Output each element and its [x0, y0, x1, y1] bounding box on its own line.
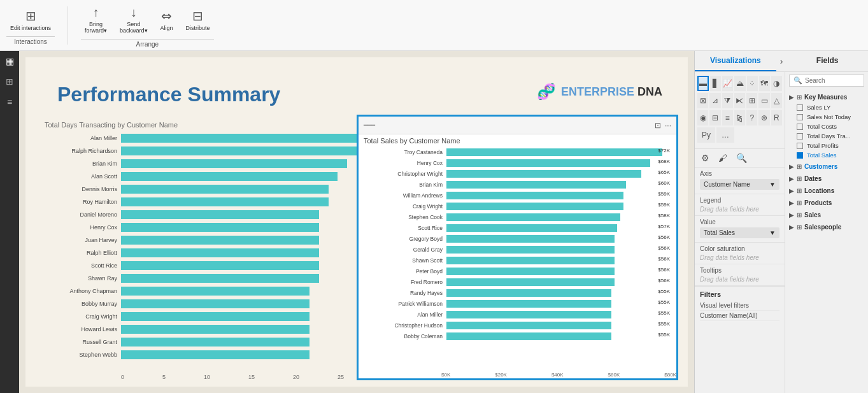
fields-group: ▶⊞Sales [785, 210, 868, 220]
waterfall-icon[interactable]: ⧩ [722, 93, 733, 108]
kpi-icon[interactable]: △ [771, 93, 782, 108]
value-section: Value Total Sales ▼ [695, 216, 785, 243]
area-chart-icon[interactable]: ⛰ [734, 76, 745, 91]
decomp-icon[interactable]: ⧎ [734, 110, 745, 125]
edit-interactions-button[interactable]: ⊞ Edit interactions [6, 6, 55, 34]
filter-customer-name[interactable]: Customer Name(All) [700, 311, 779, 321]
group-expand-icon: ▶ [789, 211, 794, 218]
fields-group-header[interactable]: ▶⊞Customers [785, 161, 868, 172]
bar-label: Brian Kim [45, 161, 121, 167]
field-list-item[interactable]: Sales Not Today [785, 112, 868, 122]
pie-icon[interactable]: ◑ [771, 76, 782, 91]
bar-label: Gregory Boyd [364, 236, 446, 242]
align-button[interactable]: ⇔ Align [157, 6, 177, 34]
field-list-item[interactable]: Total Costs [785, 122, 868, 131]
bar-fill [446, 268, 615, 275]
fields-group-header[interactable]: ▶⊞Key Measures [785, 92, 868, 103]
x-tick: 10 [204, 374, 210, 380]
value-field-item[interactable]: Total Sales ▼ [700, 227, 779, 238]
filters-title: Filters [700, 290, 779, 298]
axis-field-item[interactable]: Customer Name ▼ [700, 179, 779, 190]
bar-fill [446, 332, 611, 340]
distribute-label: Distribute [186, 25, 210, 31]
py-icon[interactable]: Py [697, 127, 715, 143]
table-icon[interactable]: ⊟ [709, 110, 720, 125]
matrix-icon[interactable]: ⊞ [746, 93, 757, 108]
bar-label: Daniel Moreno [45, 211, 121, 218]
field-list-item[interactable]: Total Profits [785, 141, 868, 150]
x-tick: $80K [664, 372, 676, 378]
bar-row: Troy Castaneda$72K [364, 147, 671, 157]
bar-fill [446, 300, 611, 308]
panel-arrow[interactable]: › [776, 51, 787, 71]
slicer-icon[interactable]: ≡ [722, 110, 733, 125]
bar-chart-icon[interactable]: ▬ [697, 76, 709, 91]
bar-fill [446, 224, 617, 232]
analytics-tool-icon[interactable]: 🔍 [734, 152, 750, 164]
line-chart-icon[interactable]: 📈 [722, 76, 733, 91]
smart-icon[interactable]: ⊛ [758, 110, 769, 125]
ribbon-icon[interactable]: ⧔ [734, 93, 745, 108]
map-icon[interactable]: 🗺 [759, 76, 770, 91]
field-checkbox [797, 152, 803, 159]
panel-header: Visualizations › Fields [695, 51, 868, 72]
fields-group-header[interactable]: ▶⊞Dates [785, 173, 868, 184]
format-tool-icon[interactable]: 🖌 [716, 152, 730, 164]
bar-label: Juan Harvey [45, 237, 121, 243]
fields-group: ▶⊞Customers [785, 161, 868, 172]
bar-row: Gerald Gray$56K [364, 245, 671, 255]
field-list-item[interactable]: Total Days Tra... [785, 131, 868, 141]
bar-fill [446, 192, 623, 199]
bar-container: $56K [446, 235, 671, 243]
right-chart-wrapper[interactable]: ━━━ ⊡ ··· Total Sales by Customer Name T… [357, 115, 678, 380]
bar-container: $58K [446, 213, 671, 221]
bar-container: 22 [121, 197, 357, 206]
viz-row-2: ⊠ ⊿ ⧩ ⧔ ⊞ ▭ △ [697, 93, 782, 108]
gauge-icon[interactable]: ◉ [697, 110, 708, 125]
search-input[interactable] [805, 77, 856, 84]
bar-label: Fred Romero [364, 279, 446, 285]
bar-container: 25 [121, 134, 357, 143]
send-backward-button[interactable]: ↓ Sendbackward▾ [116, 3, 152, 36]
qna-icon[interactable]: ? [746, 110, 757, 125]
bar-row: Dennis Morris22 [45, 183, 357, 195]
bar-fill [121, 210, 319, 219]
distribute-button[interactable]: ⊟ Distribute [182, 6, 214, 34]
bar-fill [446, 170, 641, 178]
custom-icon[interactable]: R [771, 110, 782, 125]
sidebar-icon-chart[interactable]: ▦ [6, 56, 14, 66]
sidebar-icon-list[interactable]: ≡ [7, 97, 12, 107]
fields-group-header[interactable]: ▶⊞Salespeople [785, 222, 868, 232]
group-expand-icon: ▶ [789, 163, 794, 170]
card-icon[interactable]: ▭ [758, 93, 769, 108]
fields-group-header[interactable]: ▶⊞Locations [785, 185, 868, 196]
search-box[interactable]: 🔍 [789, 75, 864, 87]
scatter-icon[interactable]: ⁘ [747, 76, 758, 91]
enterprise-logo: 🧬 ENTERPRISE DNA [537, 83, 662, 101]
col-chart-icon[interactable]: ▋ [710, 76, 721, 91]
visualizations-tab[interactable]: Visualizations [695, 51, 776, 71]
bar-label: Shawn Ray [45, 275, 121, 282]
sidebar-icon-grid[interactable]: ⊞ [6, 76, 13, 87]
fields-group-header[interactable]: ▶⊞Products [785, 197, 868, 208]
fields-tab[interactable]: Fields [786, 51, 868, 71]
filter-tool-icon[interactable]: ⚙ [699, 152, 712, 164]
bar-container: 21 [121, 236, 357, 245]
funnel-icon[interactable]: ⊿ [709, 93, 720, 108]
more-viz-icon[interactable]: … [716, 127, 734, 143]
bar-container: $55K [446, 311, 671, 318]
more-icon[interactable]: ··· [665, 121, 671, 130]
expand-icon[interactable]: ⊡ [655, 121, 661, 130]
bar-row: Craig Wright20 [45, 311, 357, 322]
field-list-item[interactable]: Total Sales [785, 150, 868, 160]
fields-group-header[interactable]: ▶⊞Sales [785, 210, 868, 220]
bring-forward-button[interactable]: ↑ Bringforward▾ [81, 3, 111, 36]
treemap-icon[interactable]: ⊠ [697, 93, 708, 108]
field-list-item[interactable]: Sales LY [785, 103, 868, 112]
bar-row: Ralph Elliott21 [45, 247, 357, 259]
bar-container: $72K [446, 148, 671, 156]
x-axis-left: 0510152025 [121, 374, 357, 380]
field-name: Total Costs [807, 123, 837, 130]
bar-fill [121, 325, 309, 334]
bar-value: $68K [658, 159, 670, 164]
